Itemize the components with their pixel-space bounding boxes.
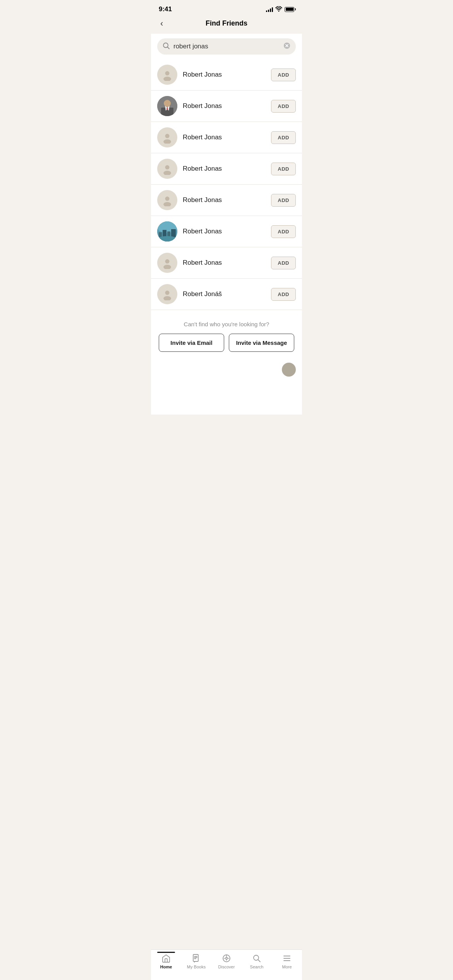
main-content: Robert Jonas ADD Robert Jonas ADD (151, 34, 302, 415)
svg-point-34 (165, 291, 169, 295)
add-friend-button[interactable]: ADD (271, 225, 296, 238)
avatar (157, 127, 177, 147)
add-friend-button[interactable]: ADD (271, 69, 296, 81)
invite-email-button[interactable]: Invite via Email (159, 334, 224, 352)
table-row: Robert Jonas ADD (151, 153, 302, 185)
default-avatar-icon (157, 65, 177, 85)
search-icon (163, 42, 170, 51)
avatar (157, 190, 177, 210)
header: ‹ Find Friends (151, 16, 302, 34)
cant-find-text: Can't find who you're looking for? (159, 321, 294, 327)
add-friend-button[interactable]: ADD (271, 257, 296, 269)
avatar (157, 65, 177, 85)
scroll-dot (282, 363, 296, 377)
add-friend-button[interactable]: ADD (271, 194, 296, 207)
svg-point-7 (165, 71, 169, 75)
default-avatar-icon (157, 253, 177, 273)
avatar (157, 253, 177, 273)
user-name: Robert Jonas (183, 228, 266, 235)
svg-point-18 (165, 165, 169, 170)
scroll-indicator (151, 360, 302, 380)
svg-point-0 (278, 10, 280, 12)
footer-section: Can't find who you're looking for? Invit… (151, 310, 302, 360)
back-button[interactable]: ‹ (157, 17, 166, 30)
user-name: Robert Jonas (183, 134, 266, 141)
results-list: Robert Jonas ADD Robert Jonas ADD (151, 59, 302, 310)
invite-buttons: Invite via Email Invite via Message (159, 334, 294, 352)
add-friend-button[interactable]: ADD (271, 131, 296, 144)
search-container (151, 34, 302, 59)
svg-point-31 (165, 259, 169, 264)
table-row: Robert Jonas ADD (151, 91, 302, 122)
add-friend-button[interactable]: ADD (271, 163, 296, 175)
avatar (157, 284, 177, 304)
user-name: Robert Jonas (183, 259, 266, 267)
avatar (157, 96, 177, 116)
default-avatar-icon (157, 127, 177, 147)
status-icons (266, 6, 294, 13)
default-avatar-icon (157, 159, 177, 179)
nav-spacer (151, 380, 302, 415)
invite-message-button[interactable]: Invite via Message (229, 334, 294, 352)
status-bar: 9:41 (151, 0, 302, 16)
table-row: Robert Jonas ADD (151, 247, 302, 279)
search-bar (157, 38, 296, 55)
table-row: Robert Jonáš ADD (151, 279, 302, 310)
avatar (157, 159, 177, 179)
add-friend-button[interactable]: ADD (271, 288, 296, 301)
user-name: Robert Jonáš (183, 290, 266, 298)
page-title: Find Friends (206, 19, 247, 27)
svg-point-15 (165, 134, 169, 138)
battery-icon (285, 7, 294, 12)
svg-point-21 (165, 197, 169, 201)
table-row: Robert Jonas ADD (151, 216, 302, 247)
svg-line-2 (168, 47, 170, 49)
table-row: Robert Jonas ADD (151, 122, 302, 153)
clear-search-button[interactable] (283, 42, 290, 51)
user-name: Robert Jonas (183, 102, 266, 110)
user-name: Robert Jonas (183, 71, 266, 79)
default-avatar-icon (157, 284, 177, 304)
table-row: Robert Jonas ADD (151, 185, 302, 216)
table-row: Robert Jonas ADD (151, 59, 302, 91)
user-name: Robert Jonas (183, 165, 266, 173)
user-name: Robert Jonas (183, 196, 266, 204)
signal-bars-icon (266, 7, 273, 12)
svg-point-13 (164, 100, 171, 107)
default-avatar-icon (157, 190, 177, 210)
wifi-icon (275, 6, 282, 13)
search-input[interactable] (173, 43, 280, 50)
add-friend-button[interactable]: ADD (271, 100, 296, 113)
avatar (157, 221, 177, 242)
status-time: 9:41 (159, 5, 172, 13)
